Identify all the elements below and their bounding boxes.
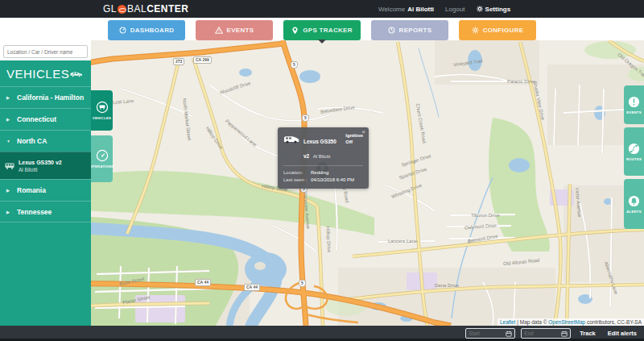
tab-reports[interactable]: REPORTS (371, 20, 448, 40)
dashboard-icon (119, 27, 126, 34)
tooltip-close-icon[interactable]: × (361, 128, 365, 135)
side-tab-operations[interactable]: OPERATIONS (91, 135, 113, 182)
logo-text-bal: BAL (127, 3, 147, 15)
highway-shield: CA 44 (195, 279, 211, 286)
highway-shield: CA 299 (193, 56, 212, 64)
bus-circle-icon (96, 101, 109, 114)
sidebar-group-california-hamilton[interactable]: ▶ California - Hamilton (0, 86, 91, 108)
start-date-field[interactable] (465, 328, 515, 339)
chevron-right-icon: ▶ (6, 95, 11, 100)
side-tab-vehicles[interactable]: VEHICLES (91, 90, 113, 131)
end-date-input[interactable] (524, 331, 561, 336)
chevron-right-icon: ▶ (6, 210, 11, 214)
map-attribution: Leaflet | Map data © OpenStreetMap contr… (497, 318, 644, 326)
map-area[interactable]: Woodcliff DriveLost LaneNorth Market Str… (0, 40, 644, 326)
sidebar-search-area (0, 40, 91, 60)
map-button-label: ALERTS (626, 210, 642, 214)
logo-text-center: CENTER (147, 3, 188, 15)
sidebar-group-north-ca[interactable]: ▼ North CA (0, 130, 91, 152)
gps-tracker-app: Woodcliff DriveLost LaneNorth Market Str… (0, 0, 644, 341)
tooltip-ignition-status: Ignition Off (345, 132, 363, 145)
app-logo: GLBALCENTER (103, 0, 189, 18)
start-date-input[interactable] (469, 331, 506, 336)
main-nav: DASHBOARD EVENTS GPS TRACKER REPORTS CON… (0, 18, 644, 40)
highway-shield: 5 (291, 61, 298, 69)
end-date-field[interactable] (521, 328, 571, 339)
tab-dashboard[interactable]: DASHBOARD (108, 20, 185, 40)
vehicles-panel: VEHICLES ▶ California - Hamilton ▶ Conne… (0, 60, 91, 326)
tab-configure[interactable]: CONFIGURE (459, 20, 536, 40)
edit-alerts-button[interactable]: Edit alerts (605, 328, 640, 339)
chevron-right-icon: ▶ (6, 188, 11, 193)
chevron-right-icon: ▶ (6, 117, 11, 122)
side-tab-label: OPERATIONS (89, 164, 114, 168)
map-button-alerts[interactable]: ALERTS (624, 179, 644, 229)
van-icon (283, 132, 299, 147)
calendar-icon (506, 331, 512, 337)
tooltip-last-seen-value: 04/10/2018 6:40 PM (311, 177, 354, 184)
attribution-prefix: Map data © (520, 319, 549, 325)
map-button-label: EVENTS (626, 110, 642, 114)
event-circle-icon (628, 96, 640, 108)
bottom-toolbar: Track Edit alerts (0, 326, 644, 341)
vehicle-tooltip: × Lexus GS350 v2 Al Bilotti Ignition Off (278, 127, 369, 189)
sidebar-vehicle-lexus[interactable]: Lexus GS350 v2 Al Bilotti (0, 152, 91, 179)
map-button-routes[interactable]: ROUTES (624, 127, 644, 176)
osm-link[interactable]: OpenStreetMap (548, 319, 585, 325)
sidebar-group-connecticut[interactable]: ▶ Connecticut (0, 108, 91, 130)
tooltip-location-value: Redding (311, 169, 328, 177)
tooltip-last-seen-label: Last seen : (283, 177, 311, 184)
vehicle-name: Lexus GS350 v2 (19, 159, 62, 166)
highway-shield: CA 44 (244, 284, 260, 291)
highway-shield: 5 (299, 280, 306, 287)
gear-icon (477, 6, 483, 12)
calendar-icon (561, 331, 568, 337)
street-label: Dana Drive (435, 283, 459, 288)
sidebar-group-tennessee[interactable]: ▶ Tennessee (0, 201, 91, 222)
tab-events[interactable]: EVENTS (196, 20, 273, 40)
route-circle-icon (628, 143, 640, 155)
top-header: GLBALCENTER WelcomeAl Bilotti Logout Set… (0, 0, 644, 18)
welcome-text: WelcomeAl Bilotti (378, 6, 434, 13)
tab-gps-tracker[interactable]: GPS TRACKER (283, 20, 361, 40)
logo-text-gl: GL (103, 3, 117, 15)
highway-shield: 5 (302, 114, 309, 122)
user-name: Al Bilotti (407, 6, 434, 13)
leaflet-link[interactable]: Leaflet (500, 319, 516, 325)
vehicle-driver: Al Bilotti (19, 166, 62, 173)
tooltip-divider (283, 165, 363, 166)
settings-link[interactable]: Settings (477, 6, 511, 13)
person-pin-icon (291, 27, 299, 35)
street-label: Palacio Drive (507, 79, 535, 84)
globe-icon (118, 5, 126, 14)
active-tab-notch (318, 40, 326, 44)
map-button-events[interactable]: EVENTS (624, 85, 644, 124)
wrench-icon (472, 27, 479, 34)
pie-chart-icon (388, 27, 395, 34)
tooltip-location-label: Location: (283, 169, 311, 177)
street-label: Lancers Lane (388, 239, 417, 243)
vehicles-sidebar: VEHICLES ▶ California - Hamilton ▶ Conne… (0, 40, 91, 326)
car-icon (69, 69, 83, 78)
sidebar-group-romania[interactable]: ▶ Romania (0, 179, 91, 201)
bus-icon (5, 163, 14, 169)
logout-link[interactable]: Logout (445, 6, 464, 13)
attribution-suffix: contributors, CC-BY-SA (585, 319, 642, 325)
vehicles-panel-title: VEHICLES (0, 60, 91, 86)
search-input[interactable] (3, 45, 88, 58)
highway-shield: 273 (173, 58, 184, 65)
track-button[interactable]: Track (576, 328, 599, 339)
map-button-label: ROUTES (626, 157, 642, 161)
side-tab-label: VEHICLES (93, 116, 111, 120)
warning-icon (215, 27, 223, 34)
tooltip-driver-name: Al Bilotti (313, 154, 331, 159)
chevron-down-icon: ▼ (6, 139, 11, 143)
street-label: Tiburon Drive (471, 213, 500, 218)
gauge-icon (96, 149, 109, 162)
alert-circle-icon (628, 195, 640, 207)
